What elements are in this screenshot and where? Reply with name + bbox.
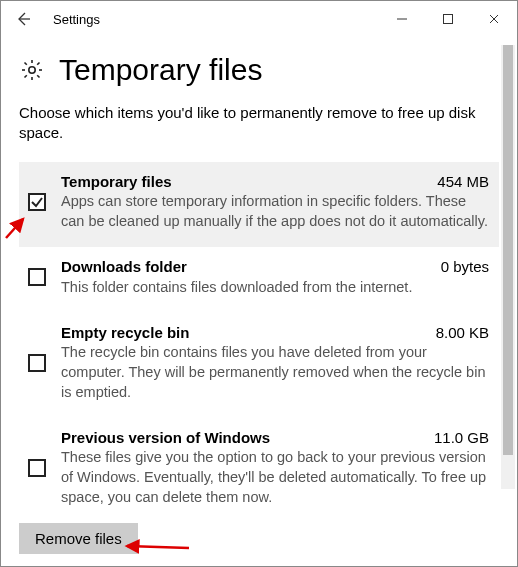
- minimize-button[interactable]: [379, 1, 425, 37]
- item-checkbox[interactable]: [28, 459, 46, 477]
- item-body: Downloads folder0 bytesThis folder conta…: [61, 257, 489, 297]
- item-name: Downloads folder: [61, 257, 187, 277]
- svg-point-1: [29, 67, 35, 73]
- item-body: Previous version of Windows11.0 GBThese …: [61, 428, 489, 507]
- svg-line-9: [25, 75, 27, 77]
- item-name: Temporary files: [61, 172, 172, 192]
- item-description: Apps can store temporary information in …: [61, 192, 489, 231]
- item-body: Temporary files454 MBApps can store temp…: [61, 172, 489, 231]
- scrollbar[interactable]: [501, 45, 515, 489]
- item-checkbox[interactable]: [28, 193, 46, 211]
- checkbox-column: [23, 257, 51, 297]
- back-button[interactable]: [11, 7, 35, 31]
- window-title: Settings: [53, 12, 100, 27]
- items-list: Temporary files454 MBApps can store temp…: [19, 162, 499, 523]
- item-checkbox[interactable]: [28, 268, 46, 286]
- checkbox-column: [23, 172, 51, 231]
- window-controls: [379, 1, 517, 37]
- item-body: Empty recycle bin8.00 KBThe recycle bin …: [61, 323, 489, 402]
- page-header: Temporary files: [1, 37, 517, 95]
- item-description: These files give you the option to go ba…: [61, 448, 489, 507]
- remove-files-button[interactable]: Remove files: [19, 523, 138, 554]
- svg-line-7: [37, 75, 39, 77]
- scrollbar-thumb[interactable]: [503, 45, 513, 455]
- list-item: Temporary files454 MBApps can store temp…: [19, 162, 499, 247]
- titlebar: Settings: [1, 1, 517, 37]
- item-checkbox[interactable]: [28, 354, 46, 372]
- item-description: The recycle bin contains files you have …: [61, 343, 489, 402]
- item-size: 454 MB: [437, 172, 489, 192]
- list-item: Downloads folder0 bytesThis folder conta…: [19, 247, 499, 313]
- maximize-button[interactable]: [425, 1, 471, 37]
- item-size: 8.00 KB: [436, 323, 489, 343]
- svg-line-8: [37, 63, 39, 65]
- item-size: 0 bytes: [441, 257, 489, 277]
- item-size: 11.0 GB: [434, 428, 489, 448]
- item-name: Previous version of Windows: [61, 428, 270, 448]
- svg-rect-0: [444, 15, 453, 24]
- item-description: This folder contains files downloaded fr…: [61, 278, 489, 298]
- item-name: Empty recycle bin: [61, 323, 189, 343]
- svg-line-6: [25, 63, 27, 65]
- close-button[interactable]: [471, 1, 517, 37]
- list-item: Empty recycle bin8.00 KBThe recycle bin …: [19, 313, 499, 418]
- gear-icon: [19, 57, 45, 83]
- checkbox-column: [23, 323, 51, 402]
- list-item: Previous version of Windows11.0 GBThese …: [19, 418, 499, 523]
- page-title: Temporary files: [59, 53, 262, 87]
- checkbox-column: [23, 428, 51, 507]
- content-area: Choose which items you'd like to permane…: [1, 95, 517, 523]
- page-description: Choose which items you'd like to permane…: [19, 103, 479, 142]
